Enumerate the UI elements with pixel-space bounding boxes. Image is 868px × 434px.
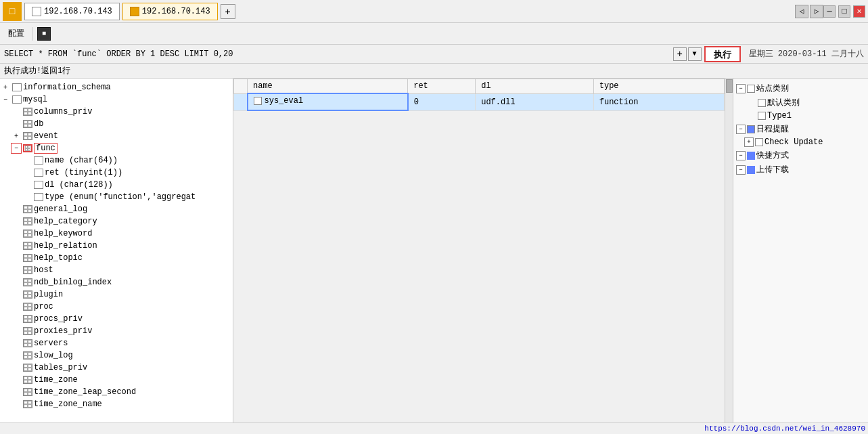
result-content[interactable]: name ret dl type sys_eval — [233, 79, 725, 434]
tree-item-host[interactable]: host — [0, 264, 233, 276]
tree-item-plugin[interactable]: plugin — [0, 288, 233, 301]
tree-item-slow-log[interactable]: slow_log — [0, 349, 233, 362]
tree-item-func-dl[interactable]: dl (char(128)) — [0, 179, 233, 191]
procs-priv-label: procs_priv — [34, 314, 83, 324]
bottom-bar: https://blog.csdn.net/wei_in_4628970 — [0, 422, 868, 434]
rs-toggle-check-update[interactable]: + — [744, 137, 754, 147]
maximize-button[interactable]: □ — [838, 5, 850, 18]
tree-item-func-type[interactable]: type (enum('function','aggregat — [0, 191, 233, 203]
rs-item-type1[interactable]: Type1 — [733, 110, 868, 122]
config-button[interactable]: 配置 — [4, 26, 28, 41]
tree-item-help-keyword[interactable]: help_keyword — [0, 227, 233, 240]
toggle-columns-priv — [11, 106, 22, 117]
divider — [32, 27, 33, 41]
func-type-label: type (enum('function','aggregat — [45, 192, 196, 202]
rs-checkbox-check-update[interactable] — [755, 138, 763, 146]
toggle-help-relation — [11, 240, 22, 251]
tab-2[interactable]: 192.168.70.143 — [122, 3, 218, 20]
tree-item-ndb-binlog-index[interactable]: ndb_binlog_index — [0, 276, 233, 288]
tree-item-procs-priv[interactable]: procs_priv — [0, 313, 233, 325]
tab-list: □ 192.168.70.143 192.168.70.143 + ◁ ▷ — [3, 2, 823, 21]
tree-item-db[interactable]: db — [0, 118, 233, 130]
tree-item-func-name[interactable]: name (char(64)) — [0, 154, 233, 167]
slow-log-label: slow_log — [34, 351, 73, 360]
tables-priv-label: tables_priv — [34, 363, 87, 372]
rs-toggle-sites[interactable]: − — [736, 84, 746, 93]
cell-name[interactable]: sys_eval — [248, 93, 408, 110]
toggle-func[interactable]: − — [11, 143, 22, 154]
rs-checkbox-schedule[interactable] — [747, 125, 755, 133]
window-controls: — □ ✕ — [823, 5, 865, 18]
tree-item-func[interactable]: − func — [0, 142, 233, 154]
db-tree[interactable]: + information_schema − mysql columns_pri… — [0, 79, 233, 434]
tree-item-columns-priv[interactable]: columns_priv — [0, 106, 233, 118]
table-icon-proc — [23, 303, 32, 311]
rs-toggle-upload-download[interactable]: − — [736, 165, 746, 175]
rs-toggle-shortcuts[interactable]: − — [736, 151, 746, 160]
tree-item-proc[interactable]: proc — [0, 301, 233, 313]
table-row[interactable]: sys_eval 0 udf.dll function — [234, 93, 725, 110]
sql-input[interactable] — [4, 49, 670, 59]
tree-item-time-zone-leap[interactable]: time_zone_leap_second — [0, 386, 233, 398]
tree-item-proxies-priv[interactable]: proxies_priv — [0, 325, 233, 337]
table-icon-proxies-priv — [23, 327, 32, 335]
app-icon: □ — [3, 2, 22, 21]
scroll-thumb-up[interactable] — [726, 79, 733, 93]
rs-label-default: 默认类别 — [767, 97, 800, 108]
tree-item-help-relation[interactable]: help_relation — [0, 240, 233, 252]
toggle-plugin — [11, 289, 22, 300]
rs-checkbox-sites[interactable] — [747, 85, 755, 93]
tree-item-help-category[interactable]: help_category — [0, 215, 233, 227]
toggle-mysql[interactable]: − — [0, 94, 11, 105]
tree-item-information-schema[interactable]: + information_schema — [0, 81, 233, 93]
time-zone-leap-label: time_zone_leap_second — [34, 387, 136, 397]
minimize-button[interactable]: — — [823, 5, 836, 18]
add-tab-button[interactable]: + — [221, 4, 235, 19]
cell-dl[interactable]: udf.dll — [476, 93, 594, 110]
tree-item-func-ret[interactable]: ret (tinyint(1)) — [0, 167, 233, 179]
rs-item-upload-download[interactable]: − 上传下载 — [733, 162, 868, 177]
proxies-priv-label: proxies_priv — [34, 326, 92, 336]
tree-item-tables-priv[interactable]: tables_priv — [0, 362, 233, 374]
nav-right[interactable]: ▷ — [810, 5, 823, 18]
tree-item-time-zone-name[interactable]: time_zone_name — [0, 398, 233, 410]
execute-button[interactable]: 执行 — [704, 46, 741, 62]
cell-ret[interactable]: 0 — [408, 93, 476, 110]
nav-left[interactable]: ◁ — [795, 5, 808, 18]
toggle-info-schema[interactable]: + — [0, 82, 11, 93]
col-header-name: name — [248, 79, 408, 94]
toggle-db — [11, 118, 22, 129]
table-icon-db — [23, 120, 32, 128]
rs-item-check-update[interactable]: + Check Update — [733, 136, 868, 148]
rs-section-schedule[interactable]: − 日程提醒 — [733, 122, 868, 136]
rs-checkbox-type1[interactable] — [758, 112, 766, 120]
sql-plus-button[interactable]: + — [673, 47, 687, 61]
help-category-label: help_category — [34, 217, 97, 226]
toggle-event[interactable]: + — [11, 131, 22, 142]
table-icon-columns-priv — [23, 108, 32, 116]
table-icon-help-category — [23, 217, 32, 225]
close-button[interactable]: ✕ — [853, 5, 865, 18]
ndb-binlog-label: ndb_binlog_index — [34, 278, 112, 287]
toolbar: 配置 ■ — [0, 23, 868, 45]
tree-item-help-topic[interactable]: help_topic — [0, 252, 233, 264]
datetime-display: 星期三 2020-03-11 二月十八 — [749, 48, 864, 60]
rs-item-shortcuts[interactable]: − 快捷方式 — [733, 148, 868, 162]
tree-item-event[interactable]: + event — [0, 130, 233, 142]
col-icon-type — [34, 193, 43, 201]
tree-item-servers[interactable]: servers — [0, 337, 233, 349]
rs-section-sites[interactable]: − 站点类别 — [733, 81, 868, 95]
cell-type[interactable]: function — [593, 93, 724, 110]
tree-item-general-log[interactable]: general_log — [0, 203, 233, 215]
vertical-scrollbar[interactable] — [725, 79, 733, 434]
tab-1[interactable]: 192.168.70.143 — [24, 3, 120, 20]
rs-checkbox-default[interactable] — [758, 99, 766, 107]
bottom-url: https://blog.csdn.net/wei_in_4628970 — [704, 425, 865, 433]
row-num-cell — [234, 93, 248, 110]
tree-item-time-zone[interactable]: time_zone — [0, 374, 233, 386]
rs-toggle-schedule[interactable]: − — [736, 125, 746, 134]
sql-dropdown-button[interactable]: ▼ — [688, 47, 702, 61]
tree-item-mysql[interactable]: − mysql — [0, 93, 233, 106]
title-bar: □ 192.168.70.143 192.168.70.143 + ◁ ▷ — … — [0, 0, 868, 23]
rs-item-default-category[interactable]: 默认类别 — [733, 95, 868, 110]
